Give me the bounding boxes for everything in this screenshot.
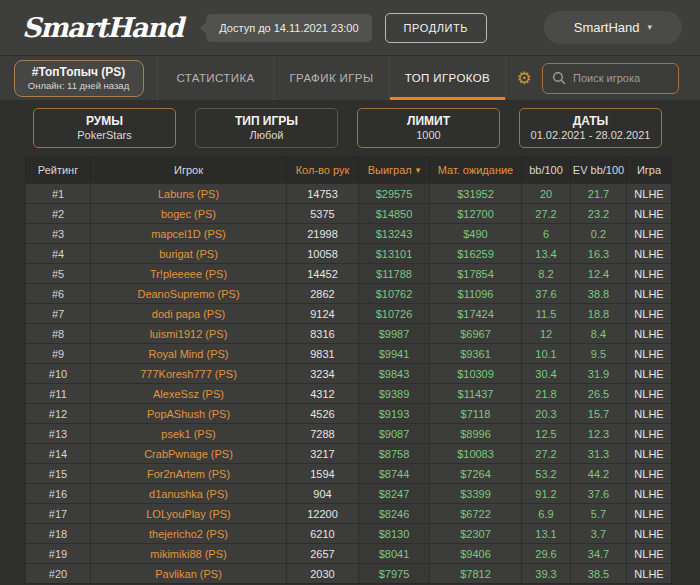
cell-bb100: 91.2: [522, 484, 571, 503]
top-players-table: Рейтинг Игрок Кол-во рук Выиграл ▾ Мат. …: [25, 156, 672, 584]
cell-game: NLHE: [627, 424, 671, 443]
nav-tab-статистика[interactable]: СТАТИСТИКА: [158, 56, 274, 100]
cell-player-link[interactable]: bogec (PS): [91, 204, 287, 223]
cell-player-link[interactable]: Pavlikan (PS): [91, 564, 287, 583]
settings-button[interactable]: ⚙: [506, 56, 542, 100]
profile-tab[interactable]: #ТопТопыч (PS) Онлайн: 11 дней назад: [14, 60, 144, 97]
cell-bb100: 12: [522, 324, 571, 343]
table-row: #15 For2nArtem (PS) 1594 $8744 $7264 53.…: [26, 463, 671, 483]
cell-game: NLHE: [627, 544, 671, 563]
cell-won: $7975: [359, 564, 430, 583]
column-header-ev_bb100[interactable]: EV bb/100: [571, 157, 627, 183]
nav-tab-топ-игроков[interactable]: ТОП ИГРОКОВ: [390, 56, 506, 100]
filter-rooms-value: PokerStars: [38, 129, 171, 141]
cell-expected: $17424: [430, 304, 522, 323]
column-header-label: Рейтинг: [38, 164, 78, 176]
column-header-game[interactable]: Игра: [627, 157, 671, 183]
filter-limit[interactable]: ЛИМИТ 1000: [357, 108, 500, 148]
cell-game: NLHE: [627, 524, 671, 543]
cell-rank: #16: [26, 484, 91, 503]
cell-bb100: 13.4: [522, 244, 571, 263]
column-header-rank[interactable]: Рейтинг: [26, 157, 91, 183]
column-header-label: Игрок: [174, 164, 203, 176]
cell-game: NLHE: [627, 304, 671, 323]
top-bar: SmartHand Доступ до 14.11.2021 23:00 ПРО…: [0, 0, 700, 55]
cell-player-link[interactable]: CrabPwnage (PS): [91, 444, 287, 463]
cell-ev-bb100: 31.3: [571, 444, 627, 463]
cell-won: $8041: [359, 544, 430, 563]
cell-player-link[interactable]: 777Koresh777 (PS): [91, 364, 287, 383]
column-header-hands[interactable]: Кол-во рук: [287, 157, 359, 183]
cell-player-link[interactable]: AlexeSsz (PS): [91, 384, 287, 403]
cell-player-link[interactable]: thejericho2 (PS): [91, 524, 287, 543]
cell-rank: #11: [26, 384, 91, 403]
nav-tab-label: ГРАФИК ИГРЫ: [289, 72, 373, 84]
cell-hands: 9124: [287, 304, 359, 323]
cell-player-link[interactable]: Labuns (PS): [91, 184, 287, 203]
column-header-bb100[interactable]: bb/100: [522, 157, 571, 183]
cell-expected: $9361: [430, 344, 522, 363]
cell-ev-bb100: 23.2: [571, 204, 627, 223]
cell-rank: #20: [26, 564, 91, 583]
table-row: #10 777Koresh777 (PS) 3234 $9843 $10309 …: [26, 363, 671, 383]
cell-player-link[interactable]: mapcel1D (PS): [91, 224, 287, 243]
cell-hands: 14753: [287, 184, 359, 203]
cell-ev-bb100: 21.7: [571, 184, 627, 203]
cell-rank: #10: [26, 364, 91, 383]
column-header-expected[interactable]: Мат. ожидание: [430, 157, 522, 183]
filter-game-type[interactable]: ТИП ИГРЫ Любой: [195, 108, 338, 148]
cell-game: NLHE: [627, 244, 671, 263]
column-header-label: EV bb/100: [573, 164, 624, 176]
cell-player-link[interactable]: DeanoSupremo (PS): [91, 284, 287, 303]
filter-game-type-label: ТИП ИГРЫ: [200, 114, 333, 128]
cell-bb100: 30.4: [522, 364, 571, 383]
cell-player-link[interactable]: mikimiki88 (PS): [91, 544, 287, 563]
column-header-label: bb/100: [529, 164, 563, 176]
cell-bb100: 10.1: [522, 344, 571, 363]
cell-player-link[interactable]: Royal Mind (PS): [91, 344, 287, 363]
filter-rooms[interactable]: РУМЫ PokerStars: [33, 108, 176, 148]
column-header-label: Мат. ожидание: [438, 164, 513, 176]
cell-rank: #5: [26, 264, 91, 283]
sort-desc-icon: ▾: [416, 165, 421, 175]
cell-player-link[interactable]: d1anushka (PS): [91, 484, 287, 503]
cell-player-link[interactable]: dodi papa (PS): [91, 304, 287, 323]
table-header-row: Рейтинг Игрок Кол-во рук Выиграл ▾ Мат. …: [26, 157, 671, 183]
column-header-player[interactable]: Игрок: [91, 157, 287, 183]
cell-ev-bb100: 15.7: [571, 404, 627, 423]
cell-game: NLHE: [627, 344, 671, 363]
cell-rank: #7: [26, 304, 91, 323]
renew-button[interactable]: ПРОДЛИТЬ: [385, 13, 488, 43]
nav-tab-график-игры[interactable]: ГРАФИК ИГРЫ: [274, 56, 390, 100]
filter-dates[interactable]: ДАТЫ 01.02.2021 - 28.02.2021: [519, 108, 662, 148]
cell-rank: #2: [26, 204, 91, 223]
cell-game: NLHE: [627, 564, 671, 583]
account-menu-button[interactable]: SmartHand ▾: [544, 11, 682, 44]
cell-player-link[interactable]: luismi1912 (PS): [91, 324, 287, 343]
table-row: #16 d1anushka (PS) 904 $8247 $3399 91.2 …: [26, 483, 671, 503]
cell-ev-bb100: 38.8: [571, 284, 627, 303]
cell-hands: 3234: [287, 364, 359, 383]
table-row: #5 Tr!pleeeee (PS) 14452 $11788 $17854 8…: [26, 263, 671, 283]
cell-player-link[interactable]: burigat (PS): [91, 244, 287, 263]
cell-player-link[interactable]: psek1 (PS): [91, 424, 287, 443]
filter-dates-label: ДАТЫ: [524, 114, 657, 128]
cell-player-link[interactable]: Tr!pleeeee (PS): [91, 264, 287, 283]
column-header-won[interactable]: Выиграл ▾: [359, 157, 430, 183]
cell-game: NLHE: [627, 184, 671, 203]
cell-rank: #8: [26, 324, 91, 343]
cell-expected: $11096: [430, 284, 522, 303]
cell-hands: 8316: [287, 324, 359, 343]
cell-ev-bb100: 26.5: [571, 384, 627, 403]
cell-ev-bb100: 34.7: [571, 544, 627, 563]
cell-bb100: 37.6: [522, 284, 571, 303]
cell-player-link[interactable]: For2nArtem (PS): [91, 464, 287, 483]
cell-player-link[interactable]: PopAShush (PS): [91, 404, 287, 423]
cell-bb100: 13.1: [522, 524, 571, 543]
filter-limit-value: 1000: [362, 129, 495, 141]
cell-player-link[interactable]: LOLyouPlay (PS): [91, 504, 287, 523]
search-input[interactable]: [542, 63, 679, 94]
cell-expected: $7812: [430, 564, 522, 583]
cell-rank: #9: [26, 344, 91, 363]
cell-rank: #12: [26, 404, 91, 423]
